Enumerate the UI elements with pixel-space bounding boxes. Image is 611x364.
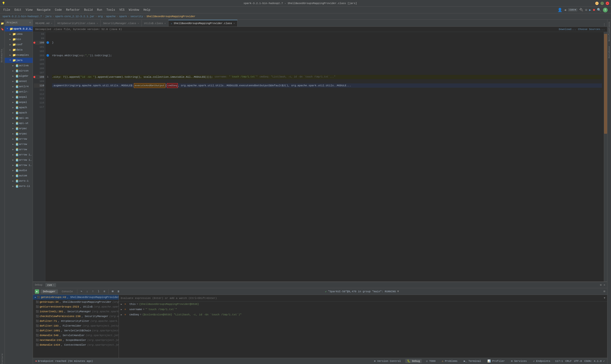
tree-bin[interactable]: ▶ 📁 bin: [5, 37, 33, 42]
toolbar-icon-3[interactable]: ▶: [589, 8, 591, 12]
tree-annot[interactable]: ▶ 🫙 annot: [5, 79, 33, 84]
services-btn[interactable]: ⚙ Services: [509, 359, 529, 363]
evaluate-btn[interactable]: ≡: [102, 289, 106, 294]
tab-shell-active[interactable]: ☕ ShellBasedGroupsMappingProvider.class …: [168, 20, 237, 26]
frame-5[interactable]: ⬛ doFilter:71 , HttpSecurityFilter (org.…: [33, 319, 119, 324]
breadcrumb-spark2[interactable]: spark: [119, 15, 127, 18]
project-gear[interactable]: ⚙: [30, 21, 31, 24]
debugger-tab[interactable]: Debugger: [41, 289, 58, 294]
code-content[interactable]: } rGroups.mkString( sep: "," )).toString…: [50, 32, 604, 282]
back-icon[interactable]: ◀: [564, 8, 566, 12]
tree-conf[interactable]: ▶ 📁 conf: [5, 42, 33, 47]
menu-vcs[interactable]: VCS: [117, 8, 126, 13]
search-toolbar-icon[interactable]: 🔍: [597, 8, 601, 12]
tree-root[interactable]: ▼ 📁 spark-3.2.1...: [5, 26, 33, 31]
scrollbar-area[interactable]: [604, 32, 607, 282]
panel-layout-icon[interactable]: ⊞: [604, 290, 605, 293]
frame-2[interactable]: ⬛ getCurrentUserGroups:2523 , Utils$ (or…: [33, 304, 119, 309]
menu-tools[interactable]: Tools: [105, 8, 117, 13]
menu-window[interactable]: Window: [127, 8, 141, 13]
menu-code[interactable]: Code: [53, 8, 64, 13]
crlf-indicator[interactable]: CRLF: [565, 360, 572, 363]
download-btn[interactable]: Download...: [559, 28, 576, 31]
var-this[interactable]: ▶ ≡ this = {ShellBasedGroupsMappingProvi…: [119, 301, 607, 307]
tree-activa[interactable]: ▶ 🫙 activa: [5, 63, 33, 68]
frames-btn[interactable]: ⊞: [111, 289, 115, 294]
tree-arrow111[interactable]: ▶ 🫙 arrow 111: [5, 157, 33, 163]
toolbar-icon-4[interactable]: ■: [593, 8, 595, 12]
step-out-btn[interactable]: ↑: [91, 289, 95, 294]
charset-indicator[interactable]: UTF-8: [574, 360, 582, 363]
frame-6[interactable]: ⬛ doFilter:193 , FilterHolder (org.spark…: [33, 324, 119, 328]
tree-jars[interactable]: ▼ 📁 jars: [5, 58, 33, 63]
tree-aircon[interactable]: ▶ 🫙 aircon: [5, 68, 33, 73]
var-username[interactable]: ▶ ≡ username = "`touch /tmp/1.txt`": [119, 307, 607, 312]
tree-idea[interactable]: ▶ 📁 idea: [5, 31, 33, 37]
tree-arrow2[interactable]: ▶ 🫙 arrow: [5, 142, 33, 147]
step-into-btn[interactable]: ↓: [85, 289, 89, 294]
tab-overflow-btn[interactable]: ⋮: [601, 23, 607, 26]
tree-arpac2[interactable]: ▶ 🫙 arpac: [5, 131, 33, 136]
tab-readme-close[interactable]: ✕: [51, 22, 52, 25]
maximize-button[interactable]: □: [600, 2, 604, 5]
debug-status-btn[interactable]: 🐛 Debug: [405, 359, 422, 363]
tab-shell-close[interactable]: ✕: [233, 22, 235, 25]
frame-9[interactable]: ⬛ nextHandle:233 , ScopedHandler (org.sp…: [33, 338, 119, 343]
tree-avro2[interactable]: ▶ 🫙 avro-ii: [5, 183, 33, 189]
debug-settings-icon[interactable]: ⚙: [600, 283, 602, 287]
database-label[interactable]: Database: [608, 46, 611, 58]
frame-0[interactable]: ▶ ⬛ getUnixGroups:43 , ShellBasedGroupsM…: [33, 295, 119, 300]
menu-file[interactable]: File: [1, 8, 12, 13]
tree-arrow112[interactable]: ▶ 🫙 arrow 112: [5, 163, 33, 168]
frame-10[interactable]: ⬛ doHandle:1434 , ContextHandler (org.sp…: [33, 343, 119, 347]
console-tab[interactable]: Console: [59, 289, 75, 294]
tab-security[interactable]: SecurityManager.class ✕: [101, 20, 142, 26]
tree-api-as[interactable]: ▶ 🫙 api-as: [5, 115, 33, 121]
project-tab[interactable]: Project ⚙: [5, 20, 33, 26]
structure-icon[interactable]: Structure: [0, 358, 4, 362]
toolbar-icon-1[interactable]: 🔌: [579, 8, 583, 12]
vt-btn-2[interactable]: 🔖: [0, 27, 4, 31]
project-icon[interactable]: 📁: [0, 21, 4, 25]
breadcrumb-apache[interactable]: apache: [106, 15, 116, 18]
tree-avro1[interactable]: ▶ 🫙 avro-1: [5, 178, 33, 183]
choose-sources-btn[interactable]: Choose Sources...: [578, 28, 605, 31]
tree-apach2[interactable]: ▶ 🫙 apach: [5, 110, 33, 115]
threads-btn[interactable]: ≣: [116, 289, 121, 294]
run-to-cursor-btn[interactable]: ⤵: [97, 289, 101, 294]
tree-data[interactable]: ▶ 📁 data: [5, 47, 33, 52]
tree-aopal1[interactable]: ▶ 🫙 aopal: [5, 94, 33, 100]
menu-edit[interactable]: Edit: [13, 8, 23, 13]
tree-autom[interactable]: ▶ 🫙 autom: [5, 173, 33, 178]
tree-arrow3[interactable]: ▶ 🫙 arrow: [5, 147, 33, 152]
bookmark-103[interactable]: 🔵: [46, 54, 49, 57]
terminal-btn[interactable]: ▶_ Terminal: [462, 359, 483, 363]
tab-readme[interactable]: README.md ✕: [33, 20, 55, 26]
todo-btn[interactable]: ☑ TODO: [424, 359, 437, 363]
tree-antlr4[interactable]: ▶ 🫙 antlr4: [5, 84, 33, 89]
breadcrumb-jar[interactable]: spark-core_2.12-3.2.1.jar: [55, 15, 95, 18]
menu-build[interactable]: Build: [82, 8, 95, 13]
frame-8[interactable]: ⬛ doHandle:548 , ServletHandler (org.spa…: [33, 333, 119, 338]
endpoints-btn[interactable]: ↗ Endpoints: [531, 359, 552, 363]
tree-arrow1[interactable]: ▶ 🫙 arrow: [5, 136, 33, 142]
breadcrumb-jars[interactable]: jars: [45, 15, 52, 18]
debug-close-btn[interactable]: ✕: [604, 283, 605, 287]
breadcrumb-spark[interactable]: spark-3.2.1-bin-hadoop2.7: [2, 15, 42, 18]
debug-session-close[interactable]: ✕: [53, 284, 54, 286]
breadcrumb-security[interactable]: security: [131, 15, 143, 18]
tab-security-close[interactable]: ✕: [138, 22, 139, 25]
debug-session-tab[interactable]: cve ✕: [45, 283, 56, 287]
tree-api-ut[interactable]: ▶ 🫙 api-ut: [5, 121, 33, 126]
notifications-label[interactable]: Notifications: [608, 21, 611, 41]
tab-utils-close[interactable]: ✕: [165, 22, 166, 25]
menu-help[interactable]: Help: [141, 8, 152, 13]
expression-dropdown-icon[interactable]: ▼: [604, 297, 605, 299]
tree-apach1[interactable]: ▶ 🫙 apach: [5, 105, 33, 110]
tab-http-close[interactable]: ✕: [97, 22, 98, 25]
minimize-button[interactable]: —: [595, 2, 598, 5]
resume-btn[interactable]: ▶: [35, 289, 39, 294]
bookmark-100[interactable]: 🔵: [46, 41, 49, 44]
breadcrumb-file[interactable]: ShellBasedGroupsMappingProvider: [147, 15, 195, 18]
frame-1[interactable]: ⬛ getGroups:34 , ShellBasedGroupsMapping…: [33, 300, 119, 304]
